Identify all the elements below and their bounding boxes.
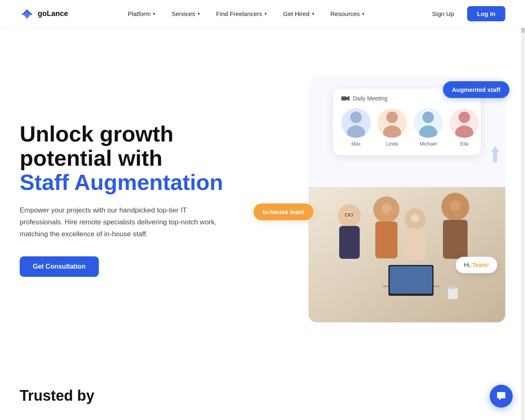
- chat-button[interactable]: [490, 385, 513, 408]
- svg-point-7: [419, 126, 437, 138]
- svg-rect-29: [448, 288, 458, 299]
- avatar-image-ella: [450, 108, 479, 138]
- avatar-linda: Linda: [377, 108, 407, 147]
- login-button[interactable]: Log In: [467, 6, 505, 21]
- svg-rect-28: [390, 266, 432, 294]
- svg-point-2: [350, 112, 362, 123]
- chevron-down-icon: ▾: [153, 11, 155, 16]
- svg-rect-12: [339, 226, 360, 259]
- nav-platform[interactable]: Platform ▾: [121, 7, 162, 21]
- nav-links: Platform ▾ Services ▾ Find Freelancers ▾…: [121, 7, 371, 21]
- svg-point-22: [411, 214, 419, 222]
- hero-section: Unlock growth potential with Staff Augme…: [0, 28, 525, 371]
- hero-heading: Unlock growth potential with Staff Augme…: [20, 122, 241, 195]
- augmented-staff-badge: Augmented staff: [443, 81, 509, 98]
- team-photo: Hi, Team!: [308, 187, 505, 322]
- svg-rect-0: [341, 96, 347, 100]
- svg-marker-1: [347, 96, 349, 101]
- consultation-button[interactable]: Get Consultation: [20, 256, 99, 277]
- video-icon: [341, 96, 349, 101]
- chevron-down-icon: ▾: [265, 11, 267, 16]
- svg-rect-18: [375, 221, 397, 258]
- navbar: goLance Platform ▾ Services ▾ Find Freel…: [0, 0, 525, 28]
- nav-actions: Sign Up Log In: [424, 6, 505, 21]
- trusted-heading: Trusted by: [20, 387, 505, 404]
- logo-text: goLance: [38, 9, 68, 18]
- team-illustration: [308, 187, 505, 322]
- hero-card: Daily Meeting Max Linda: [308, 76, 505, 322]
- inhouse-team-badge: In-house team: [253, 203, 313, 220]
- trusted-section: Trusted by HAWKE ALLIANT EVOLVE: [0, 371, 525, 420]
- avatar-image-michael: [413, 108, 443, 138]
- chat-icon: [496, 391, 507, 402]
- svg-point-5: [383, 126, 401, 138]
- hero-visual: Augmented staff Daily Meeting: [258, 76, 505, 322]
- daily-meeting-card: Daily Meeting Max Linda: [333, 89, 481, 155]
- scrollbar[interactable]: [521, 0, 525, 420]
- svg-point-3: [347, 126, 365, 138]
- avatar-michael: Michael: [413, 108, 443, 147]
- hi-team-bubble: Hi, Team!: [456, 257, 497, 273]
- avatar-max: Max: [341, 108, 371, 147]
- logo[interactable]: goLance: [20, 7, 68, 21]
- avatar-ella: Ella: [450, 108, 479, 147]
- hero-subtext: Empower your projects with our handpicke…: [20, 205, 217, 240]
- svg-point-25: [450, 201, 461, 211]
- nav-find-freelancers[interactable]: Find Freelancers ▾: [210, 7, 274, 21]
- hero-content: Unlock growth potential with Staff Augme…: [20, 122, 241, 277]
- arrow-decoration: [489, 146, 501, 164]
- svg-point-30: [448, 286, 458, 289]
- svg-point-9: [455, 126, 473, 138]
- nav-get-hired[interactable]: Get Hired ▾: [276, 7, 320, 21]
- chevron-down-icon: ▾: [198, 11, 200, 16]
- chevron-down-icon: ▾: [362, 11, 364, 16]
- nav-services[interactable]: Services ▾: [165, 7, 206, 21]
- meeting-avatars: Max Linda Michael: [341, 108, 472, 147]
- nav-resources[interactable]: Resources ▾: [324, 7, 371, 21]
- svg-point-6: [422, 112, 434, 123]
- svg-rect-21: [404, 229, 426, 260]
- avatar-image-max: [341, 108, 371, 138]
- avatar-image-linda: [377, 108, 407, 138]
- svg-point-19: [381, 203, 391, 213]
- svg-rect-24: [443, 220, 468, 259]
- chevron-down-icon: ▾: [312, 11, 314, 16]
- svg-point-4: [386, 112, 398, 123]
- svg-point-8: [459, 112, 470, 123]
- signup-button[interactable]: Sign Up: [424, 7, 462, 21]
